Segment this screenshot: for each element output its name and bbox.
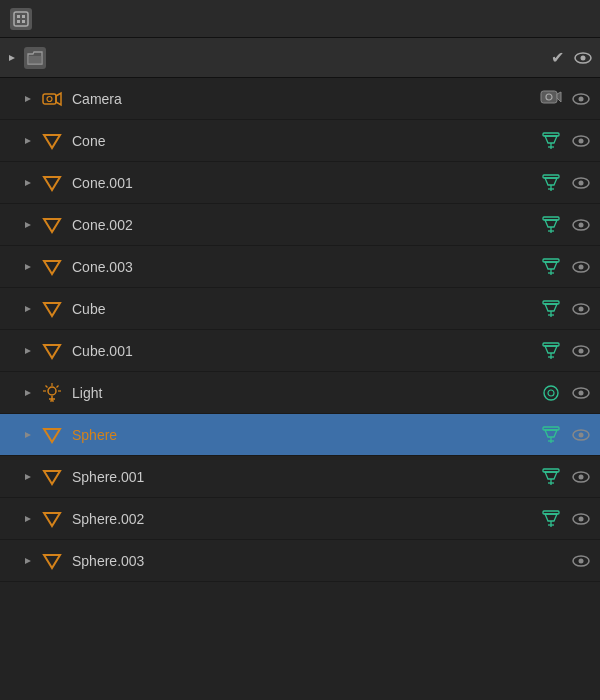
svg-rect-0 (14, 12, 28, 26)
eye-button-cube001[interactable] (570, 340, 592, 362)
modifier-icon-light[interactable] (540, 382, 562, 404)
svg-marker-11 (56, 93, 61, 105)
svg-marker-88 (25, 474, 31, 480)
expand-arrow-cone[interactable] (20, 133, 36, 149)
item-row-sphere001[interactable]: Sphere.001 (0, 456, 600, 498)
expand-arrow-cone002[interactable] (20, 217, 36, 233)
svg-marker-35 (44, 219, 60, 232)
svg-marker-50 (25, 306, 31, 312)
modifier-icon-cone[interactable] (540, 130, 562, 152)
eye-button-cone003[interactable] (570, 256, 592, 278)
item-label-camera: Camera (72, 91, 540, 107)
svg-marker-59 (44, 345, 60, 358)
eye-button-sphere003[interactable] (570, 550, 592, 572)
expand-arrow-cone003[interactable] (20, 259, 36, 275)
svg-point-103 (579, 516, 584, 521)
item-row-camera[interactable]: Camera (0, 78, 600, 120)
svg-marker-91 (545, 472, 557, 479)
item-label-cube001: Cube.001 (72, 343, 540, 359)
expand-arrow-sphere001[interactable] (20, 469, 36, 485)
svg-marker-26 (25, 180, 31, 186)
expand-arrow-camera[interactable] (20, 91, 36, 107)
eye-button-cone002[interactable] (570, 214, 592, 236)
eye-button-sphere[interactable] (570, 424, 592, 446)
modifier-icon-cone003[interactable] (540, 256, 562, 278)
cone-icon-cube001 (40, 339, 64, 363)
item-label-light: Light (72, 385, 540, 401)
eye-button-sphere001[interactable] (570, 466, 592, 488)
item-label-sphere003: Sphere.003 (72, 553, 570, 569)
expand-arrow-cube001[interactable] (20, 343, 36, 359)
item-label-cone001: Cone.001 (72, 175, 540, 191)
svg-point-65 (579, 348, 584, 353)
svg-point-25 (579, 138, 584, 143)
modifier-icon-sphere002[interactable] (540, 508, 562, 530)
modifier-icon-cone002[interactable] (540, 214, 562, 236)
cone-icon-cone001 (40, 171, 64, 195)
svg-rect-6 (28, 56, 42, 64)
expand-arrow-sphere[interactable] (20, 427, 36, 443)
item-row-sphere003[interactable]: Sphere.003 (0, 540, 600, 582)
outliner-header (0, 0, 600, 38)
svg-point-41 (579, 222, 584, 227)
collection-row[interactable]: ✔ (0, 38, 600, 78)
svg-marker-19 (44, 135, 60, 148)
expand-arrow-cone001[interactable] (20, 175, 36, 191)
svg-marker-42 (25, 264, 31, 270)
svg-rect-3 (17, 20, 20, 23)
expand-arrow-light[interactable] (20, 385, 36, 401)
collection-actions: ✔ (551, 48, 592, 67)
cone-icon-sphere001 (40, 465, 64, 489)
svg-point-8 (581, 55, 586, 60)
eye-button-cone001[interactable] (570, 172, 592, 194)
svg-marker-66 (25, 390, 31, 396)
item-row-cube[interactable]: Cube (0, 288, 600, 330)
modifier-icon-camera[interactable] (540, 88, 562, 110)
svg-marker-5 (9, 55, 15, 61)
item-row-cone[interactable]: Cone (0, 120, 600, 162)
item-label-cone003: Cone.003 (72, 259, 540, 275)
item-row-light[interactable]: Light (0, 372, 600, 414)
collection-eye-icon[interactable] (574, 51, 592, 65)
collection-folder-icon (24, 47, 46, 69)
item-row-cone003[interactable]: Cone.003 (0, 246, 600, 288)
expand-arrow-sphere002[interactable] (20, 511, 36, 527)
expand-arrow-cube[interactable] (20, 301, 36, 317)
modifier-icon-sphere[interactable] (540, 424, 562, 446)
svg-marker-9 (25, 96, 31, 102)
item-row-cone001[interactable]: Cone.001 (0, 162, 600, 204)
svg-point-95 (579, 474, 584, 479)
light-icon-light (40, 381, 64, 405)
svg-point-57 (579, 306, 584, 311)
eye-button-camera[interactable] (570, 88, 592, 110)
svg-marker-89 (44, 471, 60, 484)
modifier-icon-cube001[interactable] (540, 340, 562, 362)
expand-arrow-sphere003[interactable] (20, 553, 36, 569)
svg-marker-43 (44, 261, 60, 274)
modifier-icon-cone001[interactable] (540, 172, 562, 194)
modifier-icon-cube[interactable] (540, 298, 562, 320)
eye-button-cube[interactable] (570, 298, 592, 320)
item-row-cone002[interactable]: Cone.002 (0, 204, 600, 246)
item-row-sphere002[interactable]: Sphere.002 (0, 498, 600, 540)
cone-icon-cone003 (40, 255, 64, 279)
collection-checkmark-icon[interactable]: ✔ (551, 48, 564, 67)
svg-marker-80 (25, 432, 31, 438)
cone-icon-sphere (40, 423, 64, 447)
eye-button-sphere002[interactable] (570, 508, 592, 530)
svg-marker-96 (25, 516, 31, 522)
cone-icon-sphere002 (40, 507, 64, 531)
item-row-sphere[interactable]: Sphere (0, 414, 600, 456)
svg-marker-61 (545, 346, 557, 353)
svg-marker-97 (44, 513, 60, 526)
svg-marker-45 (545, 262, 557, 269)
svg-marker-81 (44, 429, 60, 442)
svg-marker-104 (25, 558, 31, 564)
eye-button-light[interactable] (570, 382, 592, 404)
eye-button-cone[interactable] (570, 130, 592, 152)
svg-point-17 (579, 96, 584, 101)
item-row-cube001[interactable]: Cube.001 (0, 330, 600, 372)
collection-expand-arrow[interactable] (4, 50, 20, 66)
svg-rect-13 (541, 91, 557, 103)
modifier-icon-sphere001[interactable] (540, 466, 562, 488)
